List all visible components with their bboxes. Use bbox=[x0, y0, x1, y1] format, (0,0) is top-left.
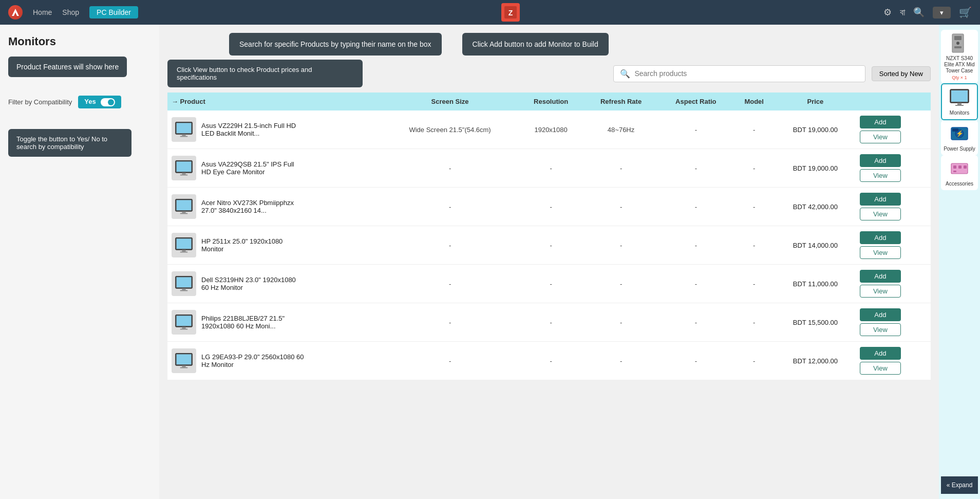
product-table: → Product Screen Size Resolution Refresh… bbox=[167, 93, 931, 380]
sidebar-item-accessories[interactable]: Accessories bbox=[941, 155, 978, 190]
table-row: HP 2511x 25.0" 1920x1080 Monitor - - - -… bbox=[167, 226, 931, 265]
model-cell: - bbox=[733, 149, 775, 188]
aspect-ratio-cell: - bbox=[658, 110, 733, 149]
price-cell: BDT 12,000.00 bbox=[775, 342, 856, 380]
view-button[interactable]: View bbox=[860, 208, 901, 220]
settings-icon[interactable]: ⚙ bbox=[883, 7, 892, 18]
svg-rect-6 bbox=[180, 136, 187, 137]
svg-rect-44 bbox=[953, 165, 956, 169]
action-cell: Add View bbox=[856, 265, 931, 303]
product-name: Asus VZ229H 21.5-inch Full HD LED Backli… bbox=[201, 122, 304, 137]
model-cell: - bbox=[733, 342, 775, 380]
view-button[interactable]: View bbox=[860, 285, 901, 298]
resolution-cell: - bbox=[518, 342, 583, 380]
svg-rect-42 bbox=[952, 128, 958, 132]
cart-icon[interactable]: 🛒 bbox=[959, 6, 972, 19]
svg-rect-26 bbox=[180, 329, 187, 330]
case-icon bbox=[949, 33, 970, 53]
add-button[interactable]: Add bbox=[860, 154, 901, 167]
price-cell: BDT 19,000.00 bbox=[775, 149, 856, 188]
refresh-rate-cell: - bbox=[583, 265, 658, 303]
refresh-rate-cell: - bbox=[583, 226, 658, 265]
view-button[interactable]: View bbox=[860, 246, 901, 259]
svg-rect-46 bbox=[964, 165, 967, 169]
product-name-cell: Philips 221B8LJEB/27 21.5" 1920x1080 60 … bbox=[167, 303, 382, 342]
sidebar-item-label: NZXT S340 Elite ATX Mid Tower Case bbox=[943, 56, 976, 74]
view-button[interactable]: View bbox=[860, 323, 901, 336]
add-button[interactable]: Add bbox=[860, 231, 901, 244]
product-name-cell: LG 29EA93-P 29.0" 2560x1080 60 Hz Monito… bbox=[167, 342, 382, 380]
product-name: Dell S2319HN 23.0" 1920x1080 60 Hz Monit… bbox=[201, 276, 304, 291]
view-button[interactable]: View bbox=[860, 131, 901, 143]
svg-marker-0 bbox=[12, 9, 19, 16]
navbar-home[interactable]: Home bbox=[33, 8, 52, 16]
action-cell: Add View bbox=[856, 226, 931, 265]
add-button[interactable]: Add bbox=[860, 347, 901, 360]
col-aspect-ratio: Aspect Ratio bbox=[658, 93, 733, 110]
search-input[interactable] bbox=[634, 69, 858, 78]
svg-rect-10 bbox=[180, 175, 187, 176]
svg-rect-9 bbox=[182, 173, 185, 175]
svg-rect-13 bbox=[182, 211, 185, 213]
product-name-cell: Asus VZ229H 21.5-inch Full HD LED Backli… bbox=[167, 110, 382, 149]
table-row: Dell S2319HN 23.0" 1920x1080 60 Hz Monit… bbox=[167, 265, 931, 303]
resolution-cell: 1920x1080 bbox=[518, 110, 583, 149]
compatibility-toggle[interactable]: Yes bbox=[78, 96, 121, 108]
aspect-ratio-cell: - bbox=[658, 149, 733, 188]
sidebar-item-monitor[interactable]: Monitors bbox=[941, 83, 978, 120]
svg-rect-30 bbox=[180, 367, 187, 368]
svg-rect-24 bbox=[177, 316, 192, 326]
svg-rect-8 bbox=[177, 161, 192, 172]
add-button[interactable]: Add bbox=[860, 308, 901, 321]
resolution-cell: - bbox=[518, 188, 583, 226]
sidebar-item-label: Monitors bbox=[944, 110, 975, 116]
sidebar-item-psu[interactable]: ⚡ Power Supply bbox=[941, 120, 978, 155]
toggle-indicator bbox=[101, 98, 115, 106]
col-price: Price bbox=[775, 93, 856, 110]
svg-rect-20 bbox=[177, 277, 192, 287]
table-row: Asus VZ229H 21.5-inch Full HD LED Backli… bbox=[167, 110, 931, 149]
svg-rect-38 bbox=[955, 105, 964, 106]
top-tooltips: Search for specific Products by typing t… bbox=[167, 33, 931, 56]
svg-rect-21 bbox=[182, 288, 185, 290]
add-button[interactable]: Add bbox=[860, 193, 901, 206]
svg-rect-4 bbox=[177, 123, 192, 133]
resolution-cell: - bbox=[518, 265, 583, 303]
col-actions bbox=[856, 93, 931, 110]
screen-size-cell: - bbox=[382, 303, 519, 342]
navbar-shop[interactable]: Shop bbox=[62, 8, 79, 16]
page-title: Monitors bbox=[8, 35, 151, 48]
add-button[interactable]: Add bbox=[860, 270, 901, 283]
search-box: 🔍 bbox=[613, 65, 865, 82]
svg-rect-12 bbox=[177, 200, 192, 210]
main-layout: Monitors Product Features will show here… bbox=[0, 25, 980, 499]
product-name: Philips 221B8LJEB/27 21.5" 1920x1080 60 … bbox=[201, 315, 304, 330]
language-icon[interactable]: বা bbox=[900, 7, 905, 18]
view-button[interactable]: View bbox=[860, 362, 901, 375]
product-name: LG 29EA93-P 29.0" 2560x1080 60 Hz Monito… bbox=[201, 353, 304, 368]
svg-rect-36 bbox=[951, 90, 968, 102]
svg-rect-5 bbox=[182, 134, 185, 136]
aspect-ratio-cell: - bbox=[658, 188, 733, 226]
sidebar-item-qty: Qty × 1 bbox=[943, 75, 976, 80]
screen-size-cell: - bbox=[382, 265, 519, 303]
sort-button[interactable]: Sorted by New bbox=[872, 66, 931, 81]
navbar-right: ⚙ বা 🔍 ▾ 🛒 bbox=[883, 6, 972, 19]
sidebar-item-label: Power Supply bbox=[943, 146, 976, 152]
refresh-rate-cell: 48~76Hz bbox=[583, 110, 658, 149]
user-button[interactable]: ▾ bbox=[933, 7, 951, 19]
svg-rect-18 bbox=[180, 252, 187, 253]
aspect-ratio-cell: - bbox=[658, 303, 733, 342]
svg-rect-17 bbox=[182, 250, 185, 252]
search-icon[interactable]: 🔍 bbox=[913, 7, 925, 18]
search-tooltip: Search for specific Products by typing t… bbox=[229, 33, 442, 56]
features-tooltip: Product Features will show here bbox=[8, 57, 127, 77]
expand-button[interactable]: « Expand bbox=[941, 476, 978, 494]
refresh-rate-cell: - bbox=[583, 188, 658, 226]
add-button[interactable]: Add bbox=[860, 116, 901, 128]
sidebar-item-case[interactable]: NZXT S340 Elite ATX Mid Tower Case Qty ×… bbox=[941, 30, 978, 83]
navbar-pcbuilder[interactable]: PC Builder bbox=[89, 6, 138, 19]
view-button[interactable]: View bbox=[860, 169, 901, 182]
price-cell: BDT 14,000.00 bbox=[775, 226, 856, 265]
product-image bbox=[172, 348, 196, 373]
